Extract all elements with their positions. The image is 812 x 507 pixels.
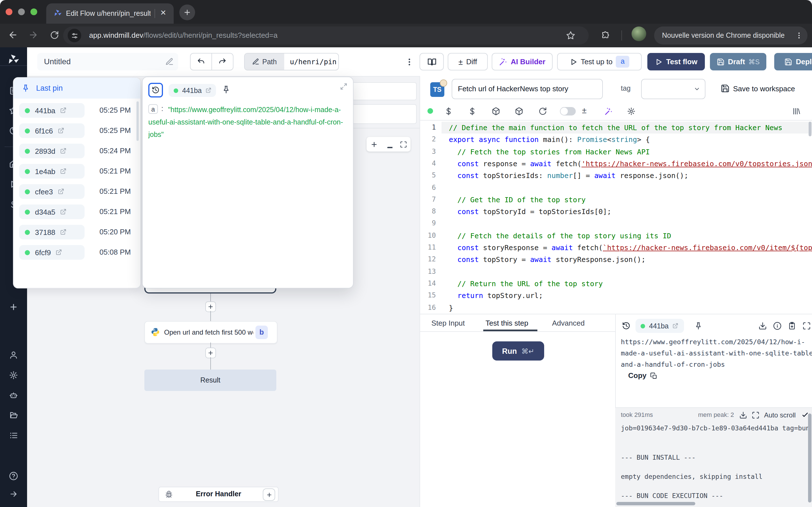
code-editor[interactable]: 1// Define the main function to fetch th… [420, 76, 812, 314]
chrome-update-button[interactable]: Nouvelle version de Chrome disponible [654, 26, 808, 45]
tab-step-input[interactable]: Step Input [432, 319, 465, 327]
pin-row[interactable]: 1e4ab 05:21 PM [13, 163, 140, 180]
pin-row[interactable]: 441ba 05:25 PM [13, 102, 140, 119]
external-link-icon[interactable] [60, 148, 66, 154]
sidebar-item-workers-robot-icon[interactable] [9, 391, 18, 400]
site-settings-button[interactable] [68, 29, 81, 42]
external-link-icon[interactable] [60, 229, 66, 235]
pin-id-chip[interactable]: 6fcf9 [19, 245, 85, 260]
windmill-logo-icon[interactable] [7, 54, 20, 66]
pin-row[interactable]: cfee3 05:21 PM [13, 183, 140, 200]
pin-id-chip[interactable]: 37188 [19, 225, 85, 239]
zoom-out-icon[interactable] [385, 140, 392, 148]
pin-list-scrollbar[interactable] [137, 101, 139, 141]
pin-id-chip[interactable]: 2893d [19, 144, 85, 158]
result-pin-chip[interactable]: 441ba [636, 319, 684, 333]
run-button[interactable]: Run ⌘↵ [492, 341, 544, 360]
pin-history-button[interactable] [148, 83, 163, 98]
fit-view-icon[interactable] [400, 140, 407, 148]
add-error-handler-button[interactable] [263, 489, 275, 501]
extensions-icon[interactable] [601, 31, 610, 40]
pin-id-chip[interactable]: 6f1c6 [19, 123, 85, 138]
reload-icon[interactable] [50, 31, 59, 40]
pin-icon[interactable] [221, 85, 231, 94]
expand-popup-icon[interactable] [340, 83, 347, 90]
pin-id-chip[interactable]: 1e4ab [19, 164, 85, 179]
sidebar-item-resources-list-icon[interactable] [9, 431, 18, 440]
external-link-icon[interactable] [205, 87, 211, 94]
clipboard-paste-icon[interactable] [788, 322, 796, 330]
ai-builder-button[interactable]: AI Builder [492, 53, 553, 70]
tab-advanced[interactable]: Advanced [552, 319, 585, 327]
test-up-to-step-badge[interactable]: a [616, 56, 629, 68]
deploy-button[interactable]: Deploy [774, 53, 812, 70]
window-minimize-button[interactable] [18, 8, 25, 15]
info-icon[interactable] [773, 322, 781, 330]
tab-close-icon[interactable]: ✕ [160, 8, 166, 17]
result-history-icon[interactable] [622, 322, 630, 330]
external-link-icon[interactable] [60, 209, 66, 215]
pin-row[interactable]: d34a5 05:21 PM [13, 203, 140, 220]
log-output[interactable]: job=019634e7-9d30-b7cb-1e89-03a64ed441ba… [621, 408, 809, 507]
sidebar-expand-arrow-icon[interactable] [9, 490, 18, 499]
insert-step-button[interactable] [205, 301, 216, 312]
draft-button[interactable]: Draft ⌘S [710, 53, 766, 70]
copy-icon[interactable] [650, 372, 658, 380]
pin-id-chip[interactable]: 441ba [19, 103, 85, 118]
external-link-icon[interactable] [672, 323, 678, 329]
forward-icon[interactable] [28, 30, 38, 40]
docs-book-button[interactable] [419, 53, 444, 70]
browser-tab[interactable]: Edit Flow u/henri/pin_results ✕ [46, 3, 174, 24]
external-link-icon[interactable] [57, 188, 64, 195]
path-control[interactable]: Path u/henri/pin [244, 53, 339, 70]
code-scrollbar[interactable] [809, 122, 811, 136]
bookmark-star-icon[interactable] [566, 31, 575, 40]
pin-id-chip[interactable]: cfee3 [19, 184, 85, 199]
browser-chrome: Edit Flow u/henri/pin_results ✕ app.wind… [0, 0, 812, 47]
new-tab-button[interactable] [179, 4, 195, 20]
error-handler-node[interactable]: Error Handler [158, 487, 278, 502]
external-link-icon[interactable] [55, 249, 62, 256]
pin-icon[interactable] [694, 322, 703, 330]
zoom-in-icon[interactable] [370, 140, 377, 148]
more-options-kebab-icon[interactable] [405, 57, 414, 66]
external-link-icon[interactable] [60, 107, 66, 114]
code-line: 1// Define the main function to fetch th… [420, 122, 812, 134]
logs-horizontal-scrollbar[interactable] [616, 502, 695, 505]
redo-button[interactable] [211, 53, 234, 70]
window-close-button[interactable] [6, 8, 12, 15]
pin-id-chip[interactable]: 441ba [168, 84, 216, 97]
diff-button[interactable]: ± Diff [448, 53, 488, 70]
path-label-segment[interactable]: Path [245, 54, 284, 70]
insert-step-button[interactable] [205, 348, 216, 358]
external-link-icon[interactable] [57, 127, 64, 134]
pin-row[interactable]: 6fcf9 05:08 PM [13, 244, 140, 261]
edit-name-pencil-icon[interactable] [165, 57, 174, 66]
pin-id-chip[interactable]: d34a5 [19, 205, 85, 219]
chrome-menu-kebab-icon[interactable] [795, 32, 803, 40]
pin-row[interactable]: 2893d 05:24 PM [13, 143, 140, 159]
profile-avatar[interactable] [631, 26, 646, 41]
window-zoom-button[interactable] [31, 8, 37, 15]
undo-button[interactable] [190, 53, 212, 70]
address-bar[interactable]: app.windmill.dev/flows/edit/u/henri/pin_… [63, 26, 589, 45]
sidebar-item-folders-icon[interactable] [9, 411, 18, 420]
copy-button[interactable]: Copy [628, 371, 647, 380]
external-link-icon[interactable] [60, 168, 66, 175]
test-up-to-button[interactable]: Test up to a [557, 53, 642, 70]
logs-vertical-scrollbar[interactable] [808, 413, 811, 503]
result-node[interactable]: Result [144, 370, 276, 391]
sidebar-item-add-icon[interactable] [9, 302, 18, 312]
sidebar-item-settings-icon[interactable] [9, 371, 18, 380]
tab-test-this-step[interactable]: Test this step [486, 319, 528, 327]
flow-node-b[interactable]: Open url and fetch first 500 words of ..… [144, 321, 277, 344]
back-icon[interactable] [8, 30, 18, 40]
flow-name-field[interactable]: Untitled [37, 53, 178, 70]
download-result-icon[interactable] [758, 322, 767, 330]
sidebar-item-user-icon[interactable] [9, 350, 18, 359]
pin-row[interactable]: 37188 05:20 PM [13, 224, 140, 240]
test-flow-button[interactable]: Test flow [647, 53, 705, 70]
pin-row[interactable]: 6f1c6 05:25 PM [13, 122, 140, 139]
maximize-result-icon[interactable] [802, 322, 811, 330]
sidebar-item-help-icon[interactable] [9, 471, 18, 481]
